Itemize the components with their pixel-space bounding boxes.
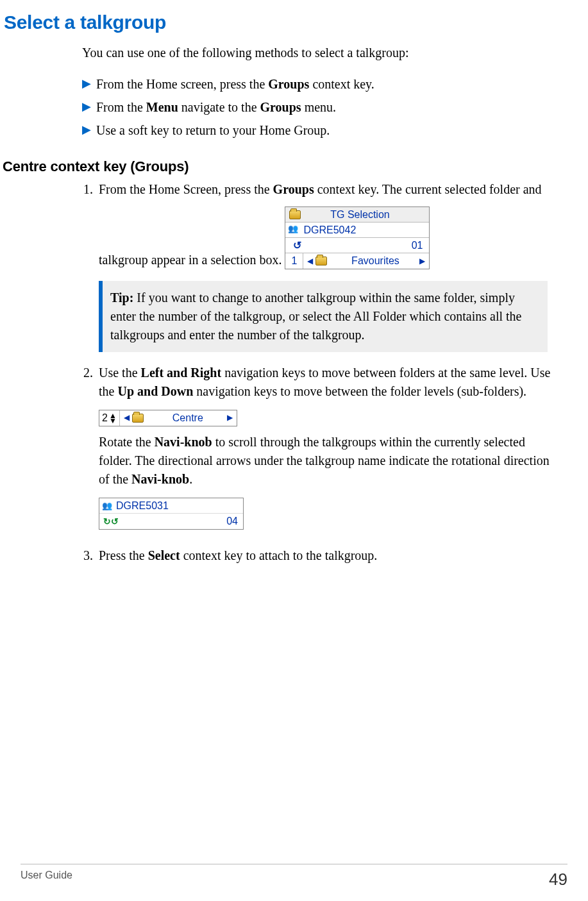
- bullet-text: menu.: [301, 100, 336, 114]
- step-bold: Navi-knob: [131, 472, 189, 486]
- figure-title: TG Selection: [305, 210, 429, 220]
- figure3-name: DGRE5031: [116, 498, 169, 513]
- tip-label: Tip:: [110, 291, 133, 305]
- bullet-triangle-icon: ▶: [82, 98, 91, 115]
- figure-talkgroup-scroll: DGRE5031 ↻↺ 04: [99, 498, 244, 530]
- step-bold: Up and Down: [117, 384, 193, 398]
- ordered-steps: From the Home Screen, press the Groups c…: [96, 180, 567, 565]
- list-item: ▶ From the Home screen, press the Groups…: [82, 75, 567, 93]
- step-text: Rotate the: [99, 435, 155, 449]
- step-2: Use the Left and Right navigation keys t…: [96, 364, 561, 535]
- step-bold: Navi-knob: [155, 435, 212, 449]
- left-arrow-icon: ◀: [124, 412, 130, 423]
- figure2-number: 2: [102, 410, 108, 425]
- tip-text: If you want to change to another talkgro…: [110, 291, 521, 342]
- tip-callout: Tip: If you want to change to another ta…: [99, 281, 548, 352]
- bullet-text: From the Home screen, press the: [96, 77, 268, 91]
- bullet-text: context key.: [309, 77, 374, 91]
- figure-footer-num: 1: [292, 256, 298, 266]
- up-down-icon: ▲▼: [109, 413, 117, 423]
- step-bold: Groups: [273, 182, 314, 196]
- folder-icon: [289, 210, 301, 219]
- step-text: navigation keys to move between the fold…: [193, 384, 526, 398]
- bullet-bold: Groups: [260, 100, 301, 114]
- page-footer: User Guide 49: [21, 864, 567, 889]
- figure3-count: 04: [226, 514, 238, 528]
- figure-tg-selection: TG Selection DGRE5042 ↺ 01 1 ◀ Favourite…: [285, 206, 430, 269]
- figure-footer-label: Favourites: [331, 256, 419, 266]
- figure-talkgroup-name: DGRE5042: [302, 225, 429, 235]
- list-item: ▶ Use a soft key to return to your Home …: [82, 121, 567, 139]
- step-text: context key to attach to the talkgroup.: [180, 548, 378, 562]
- bullet-bold: Groups: [268, 77, 309, 91]
- step-bold: Left and Right: [141, 366, 222, 380]
- bullet-triangle-icon: ▶: [82, 75, 91, 92]
- bullet-text: From the: [96, 100, 146, 114]
- bullet-triangle-icon: ▶: [82, 121, 91, 139]
- bullet-text: navigate to the: [178, 100, 260, 114]
- folder-icon: [315, 257, 327, 265]
- step-3: Press the Select context key to attach t…: [96, 546, 561, 565]
- bullet-bold: Menu: [146, 100, 178, 114]
- step-1: From the Home Screen, press the Groups c…: [96, 180, 561, 352]
- figure-count: 01: [412, 240, 423, 251]
- section-heading: Centre context key (Groups): [3, 158, 567, 175]
- figure2-label: Centre: [149, 410, 227, 425]
- page-title: Select a talkgroup: [4, 12, 567, 33]
- step-text: .: [189, 472, 192, 486]
- step-bold: Select: [148, 548, 180, 562]
- right-arrow-icon: ▶: [419, 257, 425, 265]
- bullet-list: ▶ From the Home screen, press the Groups…: [82, 75, 567, 139]
- page-number: 49: [549, 870, 567, 889]
- step-text: From the Home Screen, press the: [99, 182, 273, 196]
- group-icon: [102, 501, 115, 510]
- left-arrow-icon: ◀: [307, 257, 313, 265]
- rotate-icon: ↺: [293, 240, 301, 251]
- rotate-arrows-icon: ↻↺: [103, 515, 119, 528]
- footer-left: User Guide: [21, 870, 72, 889]
- right-arrow-icon: ▶: [227, 412, 233, 423]
- intro-text: You can use one of the following methods…: [82, 45, 567, 61]
- step-text: Press the: [99, 548, 148, 562]
- step-text: Use the: [99, 366, 141, 380]
- list-item: ▶ From the Menu navigate to the Groups m…: [82, 98, 567, 116]
- figure-centre-nav: 2 ▲▼ ◀ Centre ▶: [99, 410, 237, 426]
- folder-icon: [132, 414, 144, 423]
- group-icon: [288, 226, 301, 235]
- bullet-text: Use a soft key to return to your Home Gr…: [96, 123, 330, 137]
